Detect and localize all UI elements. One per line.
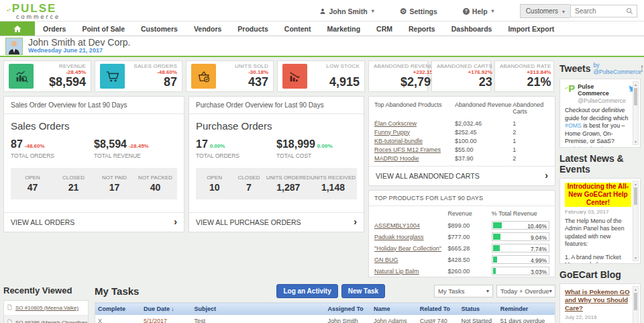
task-date-filter-dropdown[interactable]: Today + Overdue — [496, 285, 555, 297]
nav-item-point-of-sale[interactable]: Point of Sale — [74, 21, 133, 36]
view-all-purchase-orders-label: VIEW ALL PURCHASE ORDERS — [196, 218, 301, 226]
product-link[interactable]: Natural Lip Balm — [374, 268, 419, 275]
recently-viewed-link[interactable]: SO #9386 (Manish Chowdhary) — [15, 320, 88, 323]
kpi-value: $2,799 — [374, 76, 437, 89]
search-icon[interactable] — [626, 7, 633, 15]
abandoned-revenue-value: $37.90 — [455, 155, 513, 162]
product-link[interactable]: GN BUG — [374, 257, 398, 263]
kpi-card-abandoned-carts[interactable]: ABANDONED CARTS+176.92%23 — [431, 60, 491, 92]
news-headline-link[interactable]: Introducing the All-New GoECart Help Cen… — [565, 183, 631, 207]
profile-band: John Smith at Dev Corp. Wednesday June 2… — [0, 36, 644, 57]
task-related-link[interactable]: Cust# 740 — [420, 318, 447, 323]
product-link[interactable]: MADRID Hoodie — [374, 155, 419, 162]
user-menu[interactable]: John Smith — [319, 7, 374, 15]
tasks-col-status[interactable]: Status — [458, 303, 497, 316]
status-box-value: 40 — [135, 182, 176, 193]
tweets-by-link[interactable]: by @PulseCommerce — [593, 62, 641, 75]
kpi-card-low-stock[interactable]: LOW STOCK4,915 — [277, 60, 365, 92]
product-revenue-value: $428.50 — [448, 257, 492, 263]
abandoned-carts-value: 2 — [513, 129, 549, 136]
profile-date: Wednesday June 21, 2017 — [28, 48, 131, 54]
tasks-col-due-date[interactable]: Due Date — [141, 303, 191, 316]
nav-item-dashboards[interactable]: Dashboards — [443, 21, 500, 36]
stat-value: $18,9990.00% — [276, 138, 357, 150]
sales-status-boxes: OPEN47CLOSED21NOT PAID17NOT PACKED40 — [11, 168, 177, 199]
status-box-label: CLOSED — [231, 175, 266, 181]
avatar[interactable] — [5, 38, 23, 55]
tasks-col-complete[interactable]: Complete — [95, 303, 142, 316]
log-an-activity-button[interactable]: Log an Activity — [276, 284, 337, 298]
nav-item-crm[interactable]: CRM — [368, 21, 400, 36]
user-icon — [319, 8, 326, 15]
recently-viewed-link[interactable]: SO #10605 (Meena Valke) — [15, 305, 78, 311]
new-task-button[interactable]: New Task — [341, 284, 385, 298]
blog-title: GoECart Blog — [559, 269, 621, 280]
tweet-account[interactable]: Pulse Commerce @PulseCommerce — [578, 83, 625, 104]
kpi-card-sales-orders[interactable]: SALES ORDERS-48.60%87 — [95, 60, 182, 92]
complete-task-link[interactable]: X — [98, 318, 102, 323]
nav-item-content[interactable]: Content — [276, 21, 319, 36]
search-scope-dropdown[interactable]: Customers — [520, 4, 570, 18]
task-owner-filter-dropdown[interactable]: My Tasks — [434, 285, 493, 297]
avatar-person-icon — [6, 38, 22, 54]
nav-item-vendors[interactable]: Vendors — [186, 21, 229, 36]
purchase-orders-panel: Purchase Order Overview for Last 90 Days… — [189, 96, 364, 232]
tasks-col-name[interactable]: Name — [371, 303, 417, 316]
product-link[interactable]: "Holiday Bear Collection" — [374, 245, 441, 252]
kpi-value: 21% — [500, 76, 551, 89]
blog-scrollbar[interactable] — [633, 286, 639, 323]
help-menu[interactable]: ? Help — [463, 7, 494, 15]
news-date: February 03, 2017 — [565, 209, 631, 215]
tweet-hashtag-link[interactable]: #OMS — [565, 122, 582, 129]
product-link[interactable]: Élan Corkscrew — [374, 120, 417, 127]
nav-item-customers[interactable]: Customers — [133, 21, 186, 36]
status-box-closed: CLOSED21 — [53, 175, 94, 193]
abandoned-revenue-value: $252.45 — [455, 129, 513, 136]
product-link[interactable]: Roces UFS M12 Frames — [374, 146, 441, 153]
kpi-value: $8,594 — [49, 76, 86, 89]
page-icon — [7, 318, 13, 323]
product-link[interactable]: ASSEMBLY1004 — [374, 222, 420, 229]
tasks-col-assigned-to[interactable]: Assigned To — [325, 303, 371, 316]
nav-home-tab[interactable] — [0, 21, 35, 36]
product-link[interactable]: Paduak Hourglass — [374, 234, 424, 240]
pct-revenue-bar: 3.03% — [492, 267, 549, 275]
product-link[interactable]: KB-tutorial-bundle — [374, 138, 423, 144]
tweet-url-link[interactable]: ow.ly/3cQl30clNtU — [565, 146, 612, 148]
nav-item-orders[interactable]: Orders — [35, 21, 74, 36]
tasks-col-related-to[interactable]: Related To — [417, 303, 459, 316]
pulse-commerce-logo[interactable]: -·PULSE commerce — [7, 3, 60, 20]
task-subject-link[interactable]: Test — [195, 318, 206, 323]
product-link[interactable]: Funny Puppy — [374, 129, 410, 136]
blog-headline-link[interactable]: What is Pokemon GO and Why You Should Ca… — [565, 288, 631, 312]
nav-item-marketing[interactable]: Marketing — [319, 21, 369, 36]
kpi-card-units-sold[interactable]: UNITS SOLD-30.18%437 — [186, 60, 274, 92]
recently-viewed-list: SO #10605 (Meena Valke)SO #9386 (Manish … — [3, 300, 89, 323]
view-all-purchase-orders-link[interactable]: VIEW ALL PURCHASE ORDERS — [189, 212, 364, 232]
abandoned-products-rows: Élan Corkscrew$2,032.461Funny Puppy$252.… — [369, 119, 555, 163]
top-product-row: Paduak Hourglass$777.009.04% — [369, 231, 555, 242]
view-all-abandoned-carts-link[interactable]: VIEW ALL ABANDONED CARTS — [369, 166, 555, 185]
status-box-label: OPEN — [12, 175, 53, 181]
kpi-card-abandoned-rate[interactable]: ABANDONED RATE+313.84%21% — [494, 60, 554, 92]
status-box-value: 10 — [197, 182, 231, 193]
blog-widget: What is Pokemon GO and Why You Should Ca… — [559, 283, 641, 323]
nav-item-import-export[interactable]: Import Export — [500, 21, 562, 36]
nav-item-products[interactable]: Products — [229, 21, 276, 36]
news-scrollbar[interactable] — [633, 181, 639, 261]
basket-check-icon — [191, 64, 216, 89]
tweets-scrollbar[interactable] — [633, 81, 639, 145]
search-input[interactable] — [575, 7, 626, 15]
settings-menu[interactable]: ⚙ Settings — [400, 7, 437, 16]
stat-value: 170.00% — [196, 138, 276, 150]
view-all-orders-link[interactable]: VIEW ALL ORDERS — [4, 212, 184, 232]
task-name-link[interactable]: John Adams — [374, 318, 407, 323]
nav-items: OrdersPoint of SaleCustomersVendorsProdu… — [35, 21, 562, 36]
kpi-card-abandoned-revenue[interactable]: ABANDONED REVENUE+232.15%$2,799 — [368, 60, 428, 92]
tasks-col-subject[interactable]: Subject — [192, 303, 325, 316]
nav-item-reports[interactable]: Reports — [400, 21, 443, 36]
top-product-row: ASSEMBLY1004$899.0010.46% — [369, 220, 555, 231]
kpi-card-revenue[interactable]: REVENUE-28.45%$8,594 — [3, 60, 91, 92]
tasks-col-reminder[interactable]: Reminder — [498, 303, 555, 316]
info-icon[interactable]: i — [641, 65, 643, 72]
